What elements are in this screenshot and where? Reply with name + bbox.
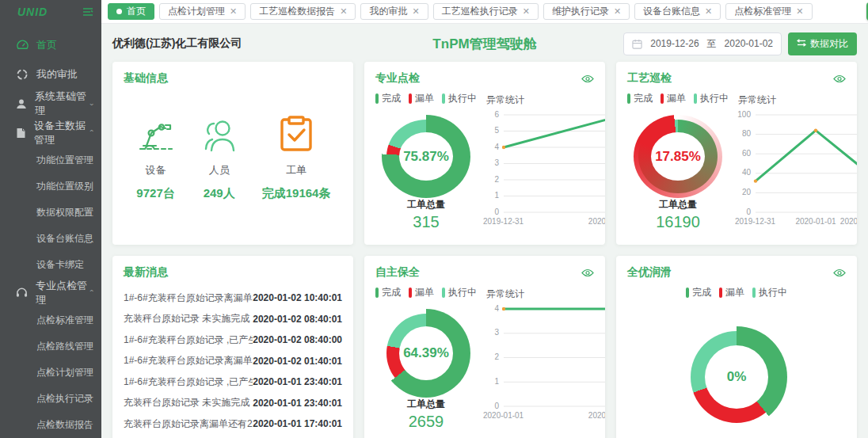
inspection-donut-chart[interactable]: 75.87% bbox=[382, 115, 470, 198]
news-item-1[interactable]: 充装秤台原始记录 未实施完成，已漏单，漏单...2020-01-02 08:40… bbox=[124, 309, 342, 330]
svg-text:1: 1 bbox=[494, 191, 499, 200]
news-item-7[interactable]: 充装秤台原始记录 ,已产生新的工单,生成工单...2020-01-01 15:4… bbox=[124, 435, 342, 438]
news-item-2[interactable]: 1#-6#充装秤台原始记录 ,已产生新的工单,生成...2020-01-02 0… bbox=[124, 329, 342, 351]
eye-icon[interactable] bbox=[833, 269, 846, 277]
total-label: 工单总量 bbox=[407, 398, 445, 411]
tab-list: 首页点检计划管理✕工艺巡检数据报告✕我的审批✕工艺巡检执行记录✕维护执行记录✕设… bbox=[108, 3, 817, 20]
news-item-6[interactable]: 充装秤台原始记录离漏单还有21小时59分,请...2020-01-01 17:4… bbox=[124, 413, 342, 435]
tab-3[interactable]: 我的审批✕ bbox=[360, 3, 428, 20]
legend-item-1[interactable]: 漏单 bbox=[719, 286, 744, 299]
maintenance-line-chart[interactable]: 012342020-01-012020-01-02 bbox=[482, 303, 594, 428]
robot-arm-icon bbox=[135, 117, 177, 152]
sidebar-subitem-3-2[interactable]: 数据权限配置 bbox=[0, 200, 101, 226]
close-icon[interactable]: ✕ bbox=[230, 7, 237, 16]
legend-item-2[interactable]: 执行中 bbox=[694, 92, 729, 105]
legend-item-2[interactable]: 执行中 bbox=[752, 286, 787, 299]
sidebar-subitem-4-3[interactable]: 点检执行记录 bbox=[0, 386, 101, 412]
close-icon[interactable]: ✕ bbox=[614, 7, 621, 16]
svg-text:2020-01-01: 2020-01-01 bbox=[483, 411, 524, 420]
tab-0[interactable]: 首页 bbox=[108, 3, 154, 20]
sidebar-subitem-4-0[interactable]: 点检标准管理 bbox=[0, 307, 101, 333]
tab-4[interactable]: 工艺巡检执行记录✕ bbox=[433, 3, 539, 20]
date-start[interactable]: 2019-12-26 bbox=[650, 38, 699, 49]
legend-label: 漏单 bbox=[667, 92, 686, 105]
tab-6[interactable]: 设备台账信息✕ bbox=[634, 3, 721, 20]
sidebar-subitem-3-3[interactable]: 设备台账信息 bbox=[0, 226, 101, 252]
close-icon[interactable]: ✕ bbox=[523, 7, 530, 16]
tab-5[interactable]: 维护执行记录✕ bbox=[543, 3, 630, 20]
tab-7[interactable]: 点检标准管理✕ bbox=[725, 3, 812, 20]
legend-item-0[interactable]: 完成 bbox=[375, 92, 401, 105]
close-icon[interactable]: ✕ bbox=[340, 7, 347, 16]
eye-icon[interactable] bbox=[581, 269, 594, 277]
chevron-up-icon: ⌃ bbox=[89, 289, 95, 296]
legend-item-2[interactable]: 执行中 bbox=[442, 286, 477, 299]
patrol-line-chart[interactable]: 0204060801002019-12-312020-01-012020-01-… bbox=[733, 109, 846, 234]
card-title: 自主保全 bbox=[375, 265, 420, 280]
svg-text:3: 3 bbox=[494, 158, 499, 167]
sidebar-item-label: 专业点检管理 bbox=[36, 279, 89, 307]
legend-label: 漏单 bbox=[725, 286, 744, 299]
sidebar-collapse-icon[interactable] bbox=[82, 7, 93, 17]
news-text: 充装秤台原始记录 未实施完成，已漏单，漏单... bbox=[124, 396, 253, 409]
sidebar-item-label: 设备主数据管理 bbox=[34, 119, 89, 147]
dashboard-content: 优利德(江苏)化工有限公司 TnPM管理驾驶舱 2019-12-26 至 202… bbox=[101, 24, 868, 438]
donut-center-value: 0% bbox=[705, 345, 768, 409]
total-label: 工单总量 bbox=[656, 198, 700, 211]
stat-value: 249人 bbox=[204, 186, 235, 201]
patrol-donut-chart[interactable]: 17.85% bbox=[634, 115, 722, 198]
legend-marker bbox=[686, 288, 689, 298]
sidebar-item-0[interactable]: 首页 bbox=[0, 30, 101, 59]
legend: 完成漏单执行中 bbox=[627, 92, 729, 105]
sidebar-item-3[interactable]: 设备主数据管理⌃ bbox=[0, 118, 101, 147]
date-separator: 至 bbox=[707, 37, 717, 51]
news-item-0[interactable]: 1#-6#充装秤台原始记录离漏单还有21小时59...2020-01-02 10… bbox=[124, 288, 342, 309]
stat-0: 设备9727台 bbox=[135, 117, 177, 201]
card-title: 工艺巡检 bbox=[627, 71, 672, 86]
date-range-picker[interactable]: 2019-12-26 至 2020-01-02 bbox=[623, 32, 782, 55]
legend-item-1[interactable]: 漏单 bbox=[409, 286, 434, 299]
date-end[interactable]: 2020-01-02 bbox=[725, 38, 773, 49]
legend-item-0[interactable]: 完成 bbox=[686, 286, 711, 299]
chart-title: 异常统计 bbox=[738, 93, 846, 107]
news-item-5[interactable]: 充装秤台原始记录 未实施完成，已漏单，漏单...2020-01-01 23:40… bbox=[124, 393, 342, 414]
lubrication-donut-chart[interactable]: 0% bbox=[686, 326, 787, 428]
news-item-4[interactable]: 1#-6#充装秤台原始记录 ,已产生新的工单,生成...2020-01-01 2… bbox=[124, 371, 342, 393]
legend-label: 执行中 bbox=[448, 286, 477, 299]
company-name: 优利德(江苏)化工有限公司 bbox=[112, 36, 242, 51]
sidebar-item-1[interactable]: 我的审批 bbox=[0, 59, 101, 89]
news-time: 2020-01-01 17:40:01 bbox=[253, 418, 342, 429]
close-icon[interactable]: ✕ bbox=[412, 7, 419, 16]
data-compare-button[interactable]: 数据对比 bbox=[788, 32, 857, 55]
svg-text:4: 4 bbox=[494, 143, 499, 151]
legend-item-2[interactable]: 执行中 bbox=[442, 92, 477, 105]
sidebar-subitem-3-0[interactable]: 功能位置管理 bbox=[0, 147, 101, 173]
tab-label: 设备台账信息 bbox=[643, 5, 700, 18]
close-icon[interactable]: ✕ bbox=[705, 7, 712, 16]
legend-item-1[interactable]: 漏单 bbox=[661, 92, 686, 105]
sidebar-subitem-3-4[interactable]: 设备卡绑定 bbox=[0, 252, 101, 278]
legend-item-0[interactable]: 完成 bbox=[627, 92, 653, 105]
sidebar-item-2[interactable]: 系统基础管理⌄ bbox=[0, 89, 101, 118]
total-value: 315 bbox=[407, 213, 445, 231]
tab-1[interactable]: 点检计划管理✕ bbox=[159, 3, 246, 20]
inspection-line-chart[interactable]: 01234562019-12-312020-01-01 bbox=[482, 109, 594, 234]
sidebar-subitem-4-2[interactable]: 点检计划管理 bbox=[0, 360, 101, 386]
legend-item-1[interactable]: 漏单 bbox=[409, 92, 434, 105]
clipboard-check-icon bbox=[279, 117, 314, 152]
sidebar-subitem-4-4[interactable]: 点检数据报告 bbox=[0, 412, 101, 438]
news-item-3[interactable]: 1#-6#充装秤台原始记录离漏单还有21小时59...2020-01-02 01… bbox=[124, 351, 342, 372]
legend-item-0[interactable]: 完成 bbox=[375, 286, 401, 299]
eye-icon[interactable] bbox=[581, 74, 594, 83]
sidebar-subitem-4-1[interactable]: 点检路线管理 bbox=[0, 333, 101, 360]
news-text: 1#-6#充装秤台原始记录离漏单还有21小时59... bbox=[124, 354, 253, 368]
close-icon[interactable]: ✕ bbox=[796, 7, 803, 16]
card-title: 基础信息 bbox=[124, 71, 168, 86]
maintenance-donut-chart[interactable]: 64.39% bbox=[382, 309, 470, 398]
stat-value: 完成19164条 bbox=[262, 186, 331, 201]
eye-icon[interactable] bbox=[833, 74, 846, 83]
sidebar-subitem-3-1[interactable]: 功能位置级别 bbox=[0, 173, 101, 200]
tab-2[interactable]: 工艺巡检数据报告✕ bbox=[250, 3, 356, 20]
legend: 完成漏单执行中 bbox=[375, 286, 477, 299]
sidebar-item-4[interactable]: 专业点检管理⌃ bbox=[0, 278, 101, 307]
